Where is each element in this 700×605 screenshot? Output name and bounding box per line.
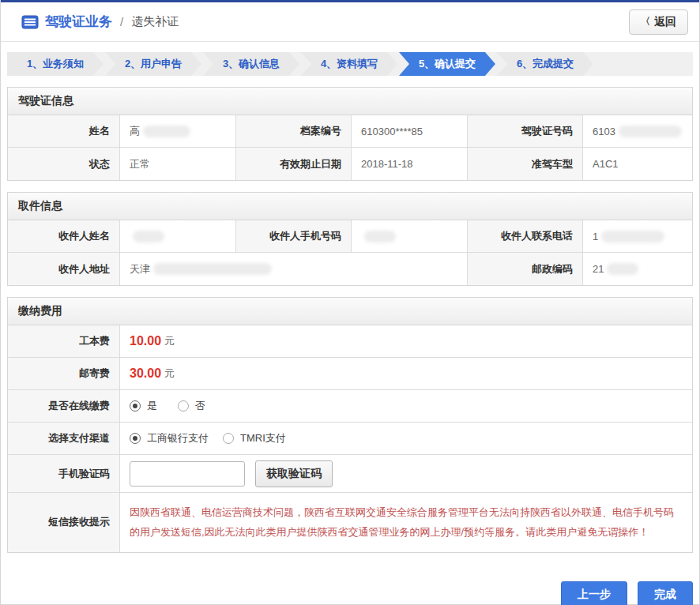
step-2-user-declaration: 2、用户申告 <box>105 52 201 76</box>
table-row: 收件人地址 天津 邮政编码 21 <box>8 253 692 285</box>
header: 驾驶证业务 / 遗失补证 〈 返回 <box>1 2 699 42</box>
recipient-name-label: 收件人姓名 <box>8 220 120 252</box>
sms-notice-text: 因陕西省联通、电信运营商技术问题，陕西省互联网交通安全综合服务管理平台无法向持陕… <box>130 498 683 547</box>
get-code-button[interactable]: 获取验证码 <box>255 460 333 487</box>
sms-notice-value: 因陕西省联通、电信运营商技术问题，陕西省互联网交通安全综合服务管理平台无法向持陕… <box>120 493 692 552</box>
expiry-date-label: 有效期止日期 <box>236 148 352 180</box>
sms-code-input[interactable] <box>130 461 245 487</box>
sms-notice-label: 短信接收提示 <box>8 493 120 552</box>
table-row: 收件人姓名 收件人手机号码 收件人联系电话 1 <box>8 220 692 253</box>
radio-unselected-icon[interactable] <box>178 400 189 411</box>
license-info-section: 驾驶证信息 姓名 高 档案编号 610300****85 驾驶证号码 6103 … <box>7 87 693 181</box>
table-row: 手机验证码 获取验证码 <box>8 455 692 493</box>
table-row: 工本费 10.00元 <box>8 325 692 358</box>
fee-unit: 元 <box>164 334 175 348</box>
step-4-fill-data: 4、资料填写 <box>301 52 397 76</box>
radio-selected-icon[interactable] <box>130 400 141 411</box>
vehicle-class-value: A1C1 <box>583 148 692 180</box>
radio-option-tmri[interactable]: TMRI支付 <box>223 431 286 445</box>
recipient-address-label: 收件人地址 <box>8 253 120 285</box>
back-button-label: 返回 <box>654 15 676 29</box>
page: 驾驶证业务 / 遗失补证 〈 返回 1、业务须知 2、用户申告 3、确认信息 4… <box>0 0 700 605</box>
license-section-title: 驾驶证信息 <box>8 88 692 115</box>
step-5-confirm-submit: 5、确认提交 <box>399 52 495 76</box>
radio-unselected-icon[interactable] <box>223 433 234 444</box>
fees-section-title: 缴纳费用 <box>8 298 692 325</box>
recipient-phone-value: 1 <box>583 220 692 252</box>
license-number-label: 驾驶证号码 <box>468 115 583 147</box>
vehicle-class-label: 准驾车型 <box>468 148 583 180</box>
fee-amount: 30.00 <box>130 366 161 381</box>
redacted-blur <box>619 126 682 137</box>
table-row: 短信接收提示 因陕西省联通、电信运营商技术问题，陕西省互联网交通安全综合服务管理… <box>8 493 692 552</box>
postal-code-label: 邮政编码 <box>468 253 583 285</box>
table-row: 是否在线缴费 是 否 <box>8 390 692 423</box>
name-label: 姓名 <box>8 115 120 147</box>
payment-channel-options: 工商银行支付 TMRI支付 <box>120 423 692 454</box>
redacted-blur <box>143 126 190 137</box>
redacted-blur <box>133 231 164 242</box>
fee-unit: 元 <box>164 366 175 381</box>
previous-step-button[interactable]: 上一步 <box>561 581 627 605</box>
step-6-complete-submit: 6、完成提交 <box>497 52 593 76</box>
recipient-mobile-label: 收件人手机号码 <box>236 220 352 252</box>
radio-option-yes[interactable]: 是 <box>130 399 157 413</box>
expiry-date-value: 2018-11-18 <box>352 148 468 180</box>
payment-channel-label: 选择支付渠道 <box>8 423 120 454</box>
pay-online-options: 是 否 <box>120 390 692 422</box>
file-number-value: 610300****85 <box>352 115 468 147</box>
step-progress-bar: 1、业务须知 2、用户申告 3、确认信息 4、资料填写 5、确认提交 6、完成提… <box>7 52 693 76</box>
back-button[interactable]: 〈 返回 <box>629 9 688 35</box>
pay-online-label: 是否在线缴费 <box>8 390 120 422</box>
table-row: 邮寄费 30.00元 <box>8 358 692 390</box>
production-fee-label: 工本费 <box>8 325 120 357</box>
redacted-blur <box>364 231 396 242</box>
radio-selected-icon[interactable] <box>130 433 141 444</box>
sms-code-label: 手机验证码 <box>8 455 120 492</box>
postal-code-value: 21 <box>583 253 692 285</box>
mailing-fee-label: 邮寄费 <box>8 358 120 389</box>
recipient-phone-label: 收件人联系电话 <box>468 220 583 252</box>
name-value: 高 <box>120 115 236 147</box>
table-row: 姓名 高 档案编号 610300****85 驾驶证号码 6103 <box>8 115 692 148</box>
redacted-blur <box>607 263 638 275</box>
back-chevron-icon: 〈 <box>641 15 650 28</box>
radio-option-no[interactable]: 否 <box>178 399 205 413</box>
page-title: 驾驶证业务 <box>45 13 112 31</box>
redacted-blur <box>601 231 664 242</box>
production-fee-value: 10.00元 <box>120 325 692 357</box>
mailing-fee-value: 30.00元 <box>120 358 692 389</box>
footer-actions: 上一步 完成 <box>7 581 693 605</box>
status-label: 状态 <box>8 148 120 180</box>
license-number-value: 6103 <box>583 115 692 147</box>
breadcrumb: 驾驶证业务 / 遗失补证 <box>21 13 179 31</box>
license-menu-icon <box>21 15 39 29</box>
pickup-section-title: 取件信息 <box>8 193 692 220</box>
recipient-mobile-value <box>352 220 468 252</box>
step-3-confirm-info: 3、确认信息 <box>203 52 299 76</box>
recipient-name-value <box>120 220 236 252</box>
table-row: 选择支付渠道 工商银行支付 TMRI支付 <box>8 423 692 455</box>
recipient-address-value: 天津 <box>120 253 468 285</box>
pickup-info-section: 取件信息 收件人姓名 收件人手机号码 收件人联系电话 1 收件人地址 天津 邮政… <box>7 192 693 286</box>
redacted-blur <box>153 263 272 275</box>
finish-button[interactable]: 完成 <box>638 581 693 605</box>
fees-section: 缴纳费用 工本费 10.00元 邮寄费 30.00元 是否在线缴费 是 <box>7 297 693 553</box>
radio-option-icbc[interactable]: 工商银行支付 <box>130 431 209 445</box>
table-row: 状态 正常 有效期止日期 2018-11-18 准驾车型 A1C1 <box>8 148 692 180</box>
breadcrumb-divider: / <box>120 15 123 28</box>
step-1-business-notice: 1、业务须知 <box>7 52 103 76</box>
fee-amount: 10.00 <box>130 334 161 348</box>
page-subtitle: 遗失补证 <box>131 14 179 29</box>
sms-code-field: 获取验证码 <box>120 455 692 492</box>
file-number-label: 档案编号 <box>236 115 352 147</box>
status-value: 正常 <box>120 148 236 180</box>
